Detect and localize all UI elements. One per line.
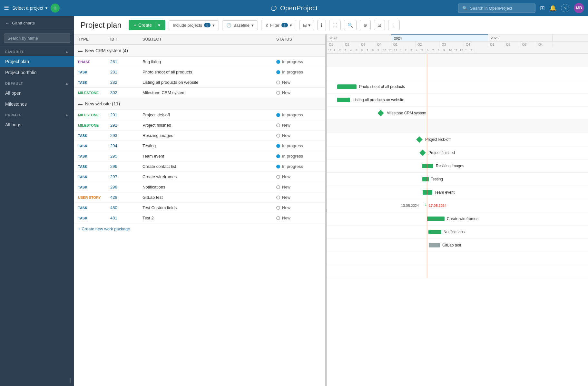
gantt-label-281: Photo shoot of all products [359, 84, 405, 89]
table-row: TASK 297 Create wireframes New [74, 172, 325, 182]
notification-bell-icon[interactable]: 🔔 [549, 5, 556, 12]
filter-label: Filter [270, 23, 279, 28]
zoom-in-button[interactable]: ⊕ [360, 20, 371, 30]
sidebar-item-milestones[interactable]: Milestones [0, 99, 74, 110]
gantt-label-297: Create wireframes [447, 217, 478, 221]
include-projects-label: Include projects [173, 23, 202, 28]
add-project-button[interactable]: + [51, 4, 60, 13]
status-label: In progress [282, 112, 303, 117]
zoom-fit-button[interactable]: 🔍 [344, 20, 357, 30]
fullscreen-button[interactable]: ⛶ [329, 20, 341, 30]
display-options-button[interactable]: ⊟ ▾ [299, 20, 314, 30]
row-type: TASK [78, 70, 110, 74]
baseline-button[interactable]: 🕐 Baseline ▾ [222, 20, 258, 30]
more-options-button[interactable]: ⋮ [388, 20, 400, 30]
sidebar-search-input[interactable] [4, 34, 70, 43]
gantt-year-2024: 2024 [391, 34, 488, 41]
status-dot [276, 144, 280, 148]
gantt-label-293: Resizing images [436, 164, 464, 168]
row-id[interactable]: 481 [110, 216, 136, 220]
baseline-dropdown-icon: ▾ [251, 23, 254, 28]
gantt-year-2023: 2023 [327, 34, 391, 41]
gantt-date-label-1: 13.05.2024 [401, 204, 419, 207]
sidebar-resize-handle[interactable]: ‖ [69, 377, 72, 383]
user-avatar[interactable]: MB [574, 3, 584, 13]
group-new-website[interactable]: ▬ New website (11) [74, 98, 325, 110]
sidebar-item-project-portfolio[interactable]: Project portfolio [0, 67, 74, 78]
row-status: In progress [276, 154, 321, 159]
create-button[interactable]: + Create ▾ [129, 20, 165, 30]
row-type: TASK [78, 206, 110, 210]
gantt-bar-295 [423, 190, 432, 195]
row-id[interactable]: 302 [110, 90, 136, 95]
row-id[interactable]: 295 [110, 154, 136, 159]
row-status: New [276, 133, 321, 138]
global-search-input[interactable] [470, 6, 531, 11]
row-id[interactable]: 261 [110, 59, 136, 64]
filter-button[interactable]: ⧖ Filter 1 ▾ [261, 20, 296, 30]
project-selector[interactable]: Select a project ▾ [12, 5, 47, 11]
row-subject: Test Custom fields [142, 205, 276, 210]
status-label: New [282, 133, 290, 138]
row-status: New [276, 195, 321, 200]
top-navigation: ☰ Select a project ▾ + ⭯ OpenProject 🔍 ⊞… [0, 0, 588, 16]
status-label: New [282, 216, 290, 220]
gantt-body: Photo shoot of all products Listing all … [327, 54, 588, 386]
gantt-row-282: Listing all products on website [327, 93, 588, 107]
row-id[interactable]: 293 [110, 133, 136, 138]
row-id[interactable]: 298 [110, 185, 136, 189]
row-id[interactable]: 291 [110, 112, 136, 117]
row-id[interactable]: 282 [110, 80, 136, 85]
grid-icon[interactable]: ⊞ [540, 5, 545, 12]
nav-right: 🔍 ⊞ 🔔 ? MB [393, 3, 584, 13]
group-new-crm-system[interactable]: ▬ New CRM system (4) [74, 45, 325, 57]
include-projects-button[interactable]: Include projects 3 ▾ [169, 20, 219, 30]
row-status: New [276, 174, 321, 179]
table-row: TASK 282 Listing all products on website… [74, 77, 325, 88]
status-label: New [282, 185, 290, 189]
row-id[interactable]: 297 [110, 174, 136, 179]
col-id[interactable]: ID ↑ [110, 37, 136, 42]
sidebar-section-default-collapse[interactable]: ▲ [65, 81, 69, 86]
row-id[interactable]: 292 [110, 123, 136, 128]
create-label: Create [138, 23, 152, 28]
search-icon: 🔍 [462, 6, 467, 11]
gantt-row-295: Team event [327, 186, 588, 199]
hamburger-icon[interactable]: ☰ [4, 5, 9, 12]
row-id[interactable]: 296 [110, 164, 136, 169]
status-dot [276, 175, 280, 179]
sidebar-item-all-open[interactable]: All open [0, 88, 74, 99]
sidebar-section-favorite-collapse[interactable]: ▲ [65, 50, 69, 54]
gantt-milestone-292 [419, 150, 426, 156]
help-icon[interactable]: ? [561, 4, 569, 12]
row-id[interactable]: 281 [110, 70, 136, 74]
zoom-out-button[interactable]: ⊡ [374, 20, 385, 30]
row-id[interactable]: 428 [110, 195, 136, 200]
table-row: TASK 293 Resizing images New [74, 130, 325, 141]
table-row: TASK 298 Notifications New [74, 182, 325, 192]
info-button[interactable]: ℹ [317, 20, 326, 30]
gantt-row-281: Photo shoot of all products [327, 80, 588, 93]
sidebar-section-private-collapse[interactable]: ▲ [65, 113, 69, 117]
status-dot [276, 185, 280, 189]
create-wp-label: + Create new work package [78, 227, 130, 231]
split-view: TYPE ID ↑ SUBJECT STATUS ▬ New CRM syste… [74, 34, 588, 386]
create-plus-icon: + [134, 23, 136, 28]
sidebar-section-private: PRIVATE ▲ [0, 110, 74, 119]
sidebar-back-button[interactable]: ← Gantt charts [0, 16, 74, 30]
gantt-label-295: Team event [435, 190, 455, 195]
gantt-bar-281 [337, 84, 357, 89]
logo-text: OpenProject [280, 5, 318, 12]
create-dropdown-icon[interactable]: ▾ [155, 23, 160, 28]
baseline-icon: 🕐 [226, 23, 231, 28]
create-work-package-link[interactable]: + Create new work package [74, 223, 325, 235]
row-type: MILESTONE [78, 123, 110, 127]
nav-left: ☰ Select a project ▾ + [4, 4, 195, 13]
sidebar-item-project-plan[interactable]: Project plan [0, 56, 74, 67]
row-id[interactable]: 480 [110, 205, 136, 210]
table-row: USER STORY 428 GitLab test New [74, 192, 325, 203]
row-id[interactable]: 294 [110, 143, 136, 148]
sidebar-item-all-bugs[interactable]: All bugs [0, 119, 74, 130]
content-area: Project plan + Create ▾ Include projects… [74, 16, 588, 386]
global-search[interactable]: 🔍 [458, 4, 535, 13]
